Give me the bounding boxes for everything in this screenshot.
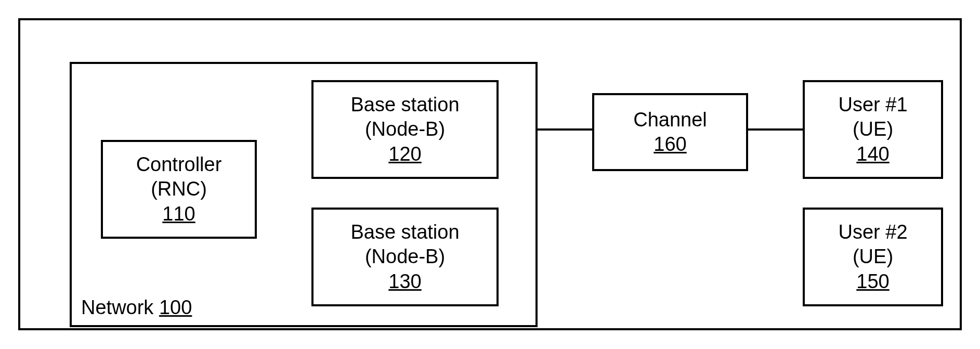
channel-box: Channel 160	[592, 93, 748, 171]
user1-ref: 140	[856, 142, 889, 167]
base-station-1-box: Base station (Node-B) 120	[311, 80, 499, 179]
user2-ref: 150	[856, 269, 889, 294]
user1-title: User #1	[838, 93, 907, 118]
user-1-box: User #1 (UE) 140	[803, 80, 943, 179]
bs1-subtitle: (Node-B)	[365, 117, 445, 142]
user1-subtitle: (UE)	[853, 117, 893, 142]
network-ref: 100	[159, 296, 192, 318]
bs1-ref: 120	[388, 142, 421, 167]
user-2-box: User #2 (UE) 150	[803, 208, 943, 306]
user2-subtitle: (UE)	[853, 244, 893, 269]
network-label-text: Network	[81, 296, 153, 318]
bs2-ref: 130	[388, 269, 421, 294]
diagram-frame: Network 100 Controller (RNC) 110 Base st…	[18, 18, 962, 330]
controller-subtitle: (RNC)	[151, 177, 207, 202]
base-station-2-box: Base station (Node-B) 130	[311, 208, 499, 306]
controller-title: Controller	[136, 152, 222, 177]
bs1-title: Base station	[350, 93, 459, 118]
network-label: Network 100	[81, 295, 192, 320]
bs2-subtitle: (Node-B)	[365, 244, 445, 269]
user2-title: User #2	[838, 220, 907, 245]
controller-box: Controller (RNC) 110	[101, 140, 257, 239]
controller-ref: 110	[162, 202, 195, 227]
channel-title: Channel	[633, 108, 707, 133]
bs2-title: Base station	[350, 220, 459, 245]
channel-ref: 160	[654, 132, 686, 157]
